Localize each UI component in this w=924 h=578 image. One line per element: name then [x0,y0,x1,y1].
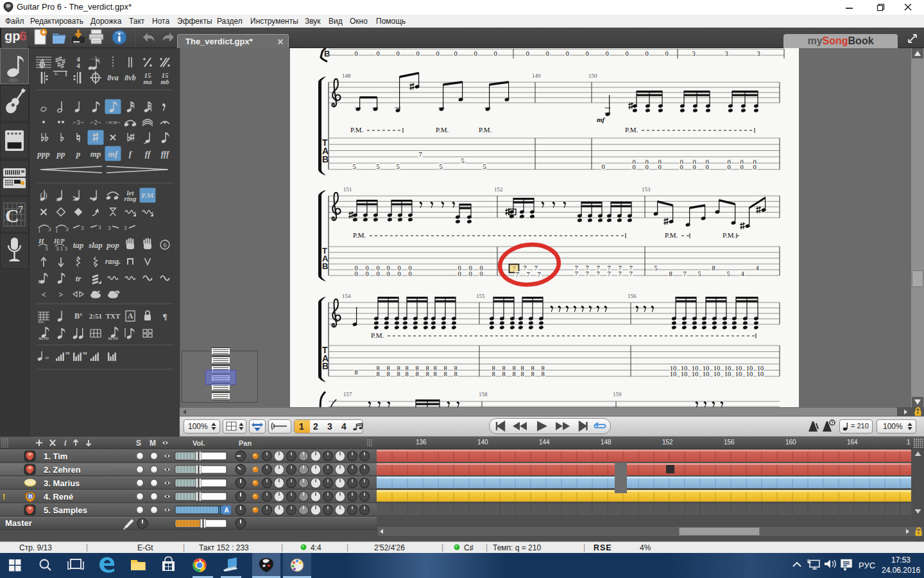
svg-text:P.M.: P.M. [665,231,678,239]
svg-text:10: 10 [735,371,742,378]
svg-text:S: S [136,439,141,448]
svg-text:7: 7 [607,270,610,277]
svg-text:3: 3 [65,226,69,232]
svg-text:mp: mp [90,149,101,159]
svg-text:8: 8 [415,371,418,378]
svg-text:!: ! [3,493,5,502]
svg-text:7: 7 [574,270,578,277]
svg-text:0: 0 [386,270,389,277]
svg-text:8: 8 [541,371,544,378]
svg-text:0: 0 [658,164,661,171]
svg-text:0: 0 [416,50,419,57]
svg-text:7: 7 [683,270,686,277]
svg-text:0: 0 [479,270,483,277]
svg-text:M: M [83,351,87,356]
svg-text:1: 1 [38,227,41,234]
svg-text:0: 0 [605,50,608,57]
svg-text:3: 3 [108,225,111,231]
svg-text:A: A [225,507,229,514]
svg-text:7: 7 [585,270,588,277]
svg-text:8: 8 [669,270,672,277]
svg-text:0: 0 [408,270,411,277]
svg-text:0: 0 [705,164,708,171]
svg-text:0: 0 [727,164,730,171]
svg-text:0: 0 [585,50,588,57]
svg-text:10: 10 [746,371,753,378]
svg-text:8: 8 [502,371,505,378]
svg-text:H: H [38,237,44,245]
svg-text:⌐n:m¬: ⌐n:m¬ [105,119,120,125]
svg-text:ff: ff [145,149,151,159]
svg-text:0: 0 [354,50,357,57]
svg-text:7: 7 [537,271,540,278]
svg-text:M: M [65,351,70,356]
svg-text:0: 0 [458,270,461,277]
svg-text:5: 5 [726,270,730,277]
svg-text:3: 3 [45,245,48,252]
svg-text:3: 3 [81,225,84,231]
svg-text:158: 158 [479,391,488,398]
svg-text:152: 152 [494,186,503,193]
svg-text:M: M [150,439,156,448]
svg-text:8: 8 [376,371,379,378]
svg-text:8: 8 [520,371,524,378]
svg-text:pp: pp [56,149,66,159]
svg-text:P.M.: P.M. [479,126,492,134]
svg-text:8: 8 [531,371,534,378]
svg-text:P.M: P.M [142,191,154,199]
svg-text:10: 10 [714,371,721,378]
svg-text:0: 0 [625,50,628,57]
svg-text:8: 8 [425,371,429,378]
svg-text:¶: ¶ [162,311,167,321]
svg-text:ma: ma [144,78,152,85]
svg-text:8: 8 [354,369,357,376]
svg-text:8: 8 [492,371,495,378]
svg-text:151: 151 [343,186,352,193]
svg-text:B: B [322,361,329,371]
svg-text:⌐3¬: ⌐3¬ [73,119,84,126]
svg-text:5: 5 [461,157,464,164]
svg-text:3: 3 [757,50,760,57]
svg-text:8: 8 [712,265,715,272]
svg-text:P.M.: P.M. [350,126,363,134]
svg-text:155: 155 [476,293,485,299]
svg-text:5: 5 [396,163,399,170]
svg-text:Abc: Abc [38,320,44,324]
svg-text:7: 7 [629,270,632,277]
svg-text:B: B [322,154,329,164]
svg-text:0: 0 [365,270,368,277]
svg-text:6: 6 [164,241,167,249]
svg-text:7: 7 [596,270,599,277]
svg-text:1: 1 [55,227,58,234]
svg-text:4: 4 [740,270,744,277]
svg-text:0: 0 [665,50,668,57]
svg-text:2:51: 2:51 [89,312,102,320]
svg-text:5: 5 [376,163,379,170]
svg-text:10: 10 [703,371,710,378]
svg-text:0: 0 [753,164,756,171]
svg-text:7: 7 [515,271,518,278]
svg-text:Bº: Bº [74,311,82,320]
svg-text:0: 0 [468,270,472,277]
svg-text:0: 0 [545,50,549,57]
svg-text:ring: ring [124,195,137,202]
svg-text:8: 8 [405,371,408,378]
svg-text:Vol.: Vol. [193,439,205,447]
svg-text:mf: mf [108,149,119,159]
svg-text:0: 0 [396,50,399,57]
svg-text:f: f [129,149,133,159]
svg-text:AUTO: AUTO [108,337,119,340]
svg-text:8: 8 [443,371,447,378]
svg-text:p: p [76,149,81,159]
svg-text:0: 0 [474,50,477,57]
svg-text:⌐2¬: ⌐2¬ [90,119,101,126]
svg-text:3: 3 [124,225,127,231]
svg-text:159: 159 [613,391,622,398]
svg-text:=: = [45,354,49,363]
svg-text:ppp: ppp [37,149,50,159]
svg-text:8vb: 8vb [124,73,135,82]
svg-text:8: 8 [512,371,515,378]
svg-text:8: 8 [433,371,436,378]
svg-text:3: 3 [724,50,728,57]
svg-text:3: 3 [98,224,101,231]
